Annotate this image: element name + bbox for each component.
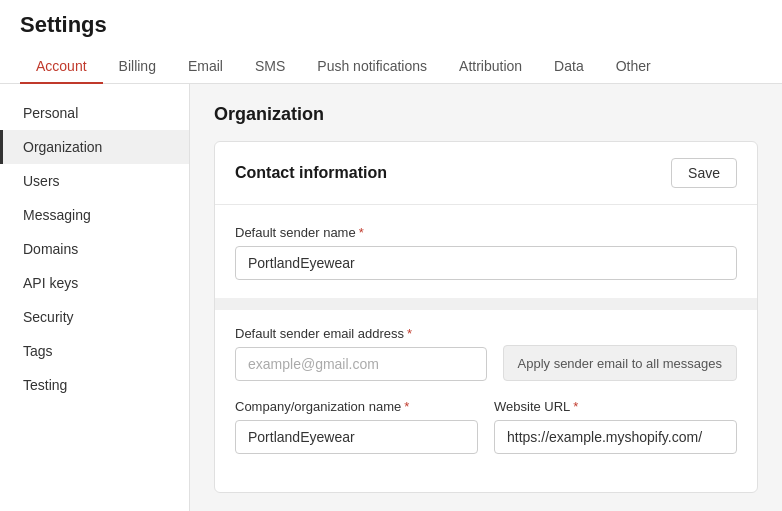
card-header: Contact information Save xyxy=(215,142,757,205)
top-nav: Account Billing Email SMS Push notificat… xyxy=(20,50,762,83)
save-button[interactable]: Save xyxy=(671,158,737,188)
sender-name-label: Default sender name* xyxy=(235,225,737,240)
sidebar-item-domains[interactable]: Domains xyxy=(0,232,189,266)
website-url-input[interactable] xyxy=(494,420,737,454)
apply-sender-email-button[interactable]: Apply sender email to all messages xyxy=(503,345,738,381)
sidebar-item-organization[interactable]: Organization xyxy=(0,130,189,164)
tab-push[interactable]: Push notifications xyxy=(301,50,443,84)
sender-email-group: Default sender email address* xyxy=(235,326,487,381)
tab-billing[interactable]: Billing xyxy=(103,50,172,84)
divider xyxy=(215,298,757,310)
sender-name-group: Default sender name* xyxy=(235,225,737,280)
sidebar-item-testing[interactable]: Testing xyxy=(0,368,189,402)
tab-attribution[interactable]: Attribution xyxy=(443,50,538,84)
sidebar-item-security[interactable]: Security xyxy=(0,300,189,334)
tab-data[interactable]: Data xyxy=(538,50,600,84)
sidebar-item-tags[interactable]: Tags xyxy=(0,334,189,368)
company-name-label: Company/organization name* xyxy=(235,399,478,414)
sender-email-row: Default sender email address* Apply send… xyxy=(235,326,737,399)
tab-email[interactable]: Email xyxy=(172,50,239,84)
sender-email-input[interactable] xyxy=(235,347,487,381)
tab-sms[interactable]: SMS xyxy=(239,50,301,84)
website-url-group: Website URL* xyxy=(494,399,737,454)
sidebar-item-api-keys[interactable]: API keys xyxy=(0,266,189,300)
sender-name-input[interactable] xyxy=(235,246,737,280)
company-name-input[interactable] xyxy=(235,420,478,454)
company-name-group: Company/organization name* xyxy=(235,399,478,454)
sender-email-label: Default sender email address* xyxy=(235,326,487,341)
section-title: Organization xyxy=(214,104,758,125)
page-title: Settings xyxy=(20,12,762,38)
sidebar-item-personal[interactable]: Personal xyxy=(0,96,189,130)
required-mark: * xyxy=(359,225,364,240)
sidebar: Personal Organization Users Messaging Do… xyxy=(0,84,190,511)
card-body: Default sender name* Default sender emai… xyxy=(215,205,757,492)
sidebar-item-messaging[interactable]: Messaging xyxy=(0,198,189,232)
main-content: Organization Contact information Save De… xyxy=(190,84,782,511)
contact-info-card: Contact information Save Default sender … xyxy=(214,141,758,493)
tab-other[interactable]: Other xyxy=(600,50,667,84)
card-title: Contact information xyxy=(235,164,387,182)
sidebar-item-users[interactable]: Users xyxy=(0,164,189,198)
website-url-label: Website URL* xyxy=(494,399,737,414)
company-website-row: Company/organization name* Website URL* xyxy=(235,399,737,472)
tab-account[interactable]: Account xyxy=(20,50,103,84)
